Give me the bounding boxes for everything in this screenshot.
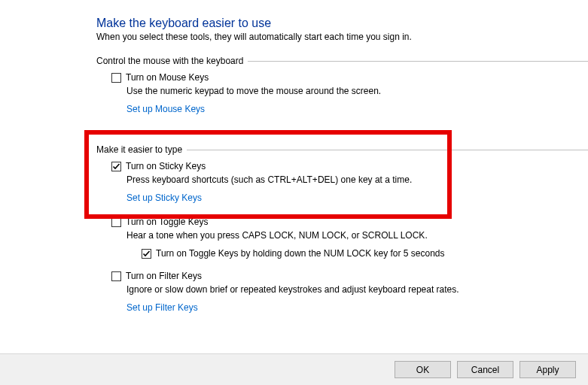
- ok-button[interactable]: OK: [395, 361, 451, 378]
- toggle-keys-desc: Hear a tone when you press CAPS LOCK, NU…: [126, 230, 588, 241]
- group-type: Make it easier to type Turn on Sticky Ke…: [96, 137, 588, 323]
- filter-keys-checkbox[interactable]: [111, 271, 121, 281]
- divider: [248, 61, 588, 62]
- mouse-keys-label[interactable]: Turn on Mouse Keys: [126, 72, 209, 83]
- checkmark-icon: [112, 162, 120, 171]
- apply-button[interactable]: Apply: [519, 361, 576, 378]
- sticky-keys-link[interactable]: Set up Sticky Keys: [126, 192, 202, 203]
- toggle-keys-label[interactable]: Turn on Toggle Keys: [126, 217, 208, 227]
- filter-keys-label[interactable]: Turn on Filter Keys: [126, 271, 202, 281]
- sticky-keys-checkbox[interactable]: [111, 162, 121, 171]
- button-bar: OK Cancel Apply: [0, 353, 588, 385]
- toggle-keys-hold-label[interactable]: Turn on Toggle Keys by holding down the …: [156, 248, 445, 259]
- group-type-title: Make it easier to type: [96, 144, 187, 155]
- toggle-keys-checkbox[interactable]: [111, 217, 121, 227]
- mouse-keys-checkbox[interactable]: [111, 73, 121, 83]
- checkmark-icon: [142, 250, 151, 258]
- page-subtitle: When you select these tools, they will a…: [96, 32, 588, 42]
- filter-keys-link[interactable]: Set up Filter Keys: [126, 302, 198, 313]
- group-mouse: Control the mouse with the keyboard Turn…: [96, 56, 588, 125]
- divider: [187, 150, 588, 150]
- cancel-button[interactable]: Cancel: [457, 361, 513, 378]
- sticky-keys-label[interactable]: Turn on Sticky Keys: [126, 161, 206, 171]
- page-title: Make the keyboard easier to use: [96, 17, 588, 30]
- group-mouse-title: Control the mouse with the keyboard: [96, 56, 248, 66]
- mouse-keys-desc: Use the numeric keypad to move the mouse…: [126, 86, 588, 96]
- filter-keys-desc: Ignore or slow down brief or repeated ke…: [126, 284, 588, 295]
- toggle-keys-hold-checkbox[interactable]: [142, 249, 151, 259]
- mouse-keys-link[interactable]: Set up Mouse Keys: [126, 104, 205, 114]
- sticky-keys-desc: Press keyboard shortcuts (such as CTRL+A…: [126, 174, 588, 185]
